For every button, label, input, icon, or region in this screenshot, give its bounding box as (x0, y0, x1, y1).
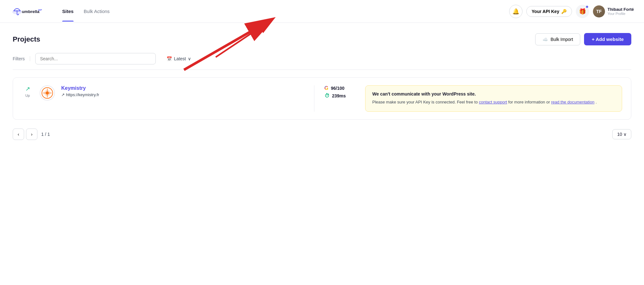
svg-point-4 (20, 10, 21, 11)
page-info: 1 / 1 (41, 132, 50, 137)
gift-badge (586, 5, 588, 8)
cloud-icon: ☁️ (542, 37, 548, 42)
user-sub: Your Profile (608, 12, 634, 16)
status-label: Up (25, 94, 30, 97)
warning-text-part1: Please make sure your API Key is connect… (372, 100, 479, 104)
site-divider (314, 85, 314, 112)
svg-text:WP: WP (38, 9, 42, 11)
site-logo (40, 85, 55, 101)
api-key-button[interactable]: Your API Key 🔑 (526, 6, 572, 17)
nav-link-bulk-actions[interactable]: Bulk Actions (79, 1, 115, 22)
bulk-import-button[interactable]: ☁️ Bulk Import (535, 33, 580, 45)
google-icon: G (325, 85, 328, 91)
per-page-value: 10 (617, 132, 622, 137)
add-website-label: + Add website (592, 36, 624, 42)
external-link-icon: ↗ (61, 92, 65, 97)
speed-value: 239ms (332, 93, 346, 98)
key-icon: 🔑 (561, 9, 567, 14)
warning-title: We can't communicate with your WordPress… (372, 91, 615, 96)
pagination-row: ‹ › 1 / 1 10 ∨ (13, 129, 631, 140)
nav-links: Sites Bulk Actions (57, 1, 115, 22)
nav-link-sites[interactable]: Sites (57, 1, 79, 22)
user-name: Thibaut Forté (608, 7, 634, 12)
gift-button[interactable]: 🎁 (576, 5, 589, 18)
next-page-button[interactable]: › (26, 129, 37, 140)
speed-row: ⏱ 239ms (325, 93, 356, 99)
svg-point-2 (13, 10, 14, 11)
nav-right: 🔔 Your API Key 🔑 🎁 TF Thibaut Forté Your… (509, 5, 634, 18)
contact-support-link[interactable]: contact support (479, 100, 507, 104)
filters-row: Filters 📅 Latest ∨ (13, 53, 631, 70)
bulk-import-label: Bulk Import (550, 37, 573, 42)
per-page-select[interactable]: 10 ∨ (612, 129, 631, 139)
google-score-row: G 96/100 (325, 85, 356, 91)
warning-text-end: . (595, 100, 597, 104)
svg-point-3 (16, 10, 17, 11)
sort-label: Latest (174, 56, 186, 61)
site-card: ↗ Up Keymistry ↗ https://keym (13, 77, 631, 120)
add-website-button[interactable]: + Add website (584, 33, 631, 45)
chevron-down-icon: ∨ (188, 56, 191, 61)
chevron-left-icon: ‹ (18, 132, 19, 137)
svg-text:umbrella: umbrella (22, 9, 40, 14)
chevron-right-icon: › (31, 132, 33, 137)
filters-label: Filters (13, 56, 30, 61)
google-score: 96/100 (331, 86, 345, 91)
warning-text: Please make sure your API Key is connect… (372, 99, 615, 106)
read-documentation-link[interactable]: read the documentation (551, 100, 595, 104)
warning-text-part2: for more information or (508, 100, 551, 104)
main-content: Projects ☁️ Bulk Import + Add website Fi… (0, 23, 644, 150)
logo[interactable]: umbrella WP (10, 4, 42, 18)
site-url: ↗ https://keymistry.fr (61, 92, 304, 97)
api-key-label: Your API Key (532, 9, 559, 14)
speed-icon: ⏱ (325, 93, 330, 99)
status-up-icon: ↗ (25, 85, 30, 92)
warning-box: We can't communicate with your WordPress… (365, 85, 622, 112)
projects-header: Projects ☁️ Bulk Import + Add website (13, 33, 631, 45)
navbar: umbrella WP Sites Bulk Actions 🔔 Your AP… (0, 0, 644, 23)
site-metrics: G 96/100 ⏱ 239ms (325, 85, 356, 99)
avatar-image: TF (593, 5, 605, 17)
prev-page-button[interactable]: ‹ (13, 129, 24, 140)
site-name[interactable]: Keymistry (61, 85, 304, 91)
sort-button[interactable]: 📅 Latest ∨ (162, 54, 195, 64)
notifications-button[interactable]: 🔔 (509, 5, 522, 18)
calendar-icon: 📅 (167, 56, 172, 61)
avatar: TF (593, 5, 605, 17)
site-status: ↗ Up (22, 85, 33, 97)
site-url-text[interactable]: https://keymistry.fr (66, 92, 99, 97)
page-title: Projects (13, 35, 535, 43)
per-page-chevron-icon: ∨ (623, 132, 627, 137)
search-input[interactable] (35, 53, 156, 64)
site-info: Keymistry ↗ https://keymistry.fr (61, 85, 304, 97)
user-info: Thibaut Forté Your Profile (608, 7, 634, 16)
user-profile[interactable]: TF Thibaut Forté Your Profile (593, 5, 634, 17)
